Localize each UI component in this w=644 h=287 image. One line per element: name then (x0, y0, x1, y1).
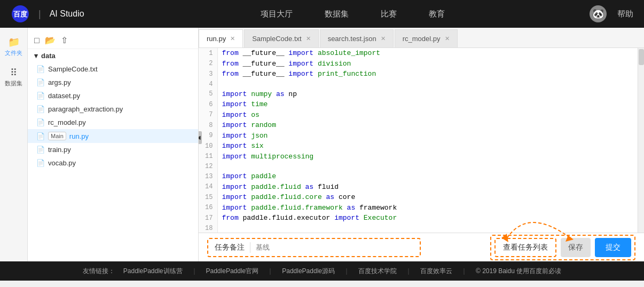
code-editor[interactable]: ◀ 1 from __future__ import absolute_impo… (199, 48, 644, 233)
task-note-divider (250, 242, 250, 253)
save-button[interactable]: 保存 (561, 238, 591, 257)
ai-studio-label: AI Studio (50, 9, 84, 19)
code-content-8: import random (217, 120, 644, 131)
code-content-5: import numpy as np (217, 89, 644, 100)
nav-datasets[interactable]: 数据集 (325, 9, 349, 19)
baidu-logo-icon: 百度 (11, 4, 30, 23)
file-icon-rcmodel: 📄 (36, 118, 45, 126)
editor-area: run.py ✕ SampleCode.txt ✕ search.test.js… (199, 28, 644, 261)
footer-link-1[interactable]: PaddlePaddle训练营 (123, 267, 183, 276)
code-row-2: 2 from __future__ import division (199, 59, 644, 69)
nav-competition[interactable]: 比赛 (381, 9, 397, 19)
editor-scrollbar[interactable] (638, 48, 644, 233)
file-run[interactable]: 📄 Main run.py (28, 129, 198, 143)
line-num-13: 13 (199, 171, 217, 182)
code-content-2: from __future__ import division (217, 59, 644, 69)
folder-data[interactable]: ▾ data (28, 49, 198, 62)
code-row-3: 3 from __future__ import print_function (199, 69, 644, 79)
footer-link-3[interactable]: PaddlePaddle源码 (282, 267, 335, 276)
submit-button[interactable]: 提交 (595, 238, 631, 257)
folder-caret: ▾ (34, 52, 38, 60)
file-tree: □ 📂 ⇧ ▾ data 📄 SampleCode.txt 📄 args.py … (28, 28, 199, 261)
file-icon-train: 📄 (36, 146, 45, 154)
footer-link-2[interactable]: PaddlePaddle官网 (206, 267, 259, 276)
file-vocab[interactable]: 📄 vocab.py (28, 156, 198, 170)
line-num-5: 5 (199, 89, 217, 100)
collapse-panel-arrow[interactable]: ◀ (199, 131, 202, 144)
right-action-area: 查看任务列表 保存 提交 (490, 235, 635, 260)
code-row-17: 17 from paddle.fluid.executor import Exe… (199, 213, 644, 224)
tab-close-samplecode[interactable]: ✕ (306, 35, 311, 42)
file-icon-args: 📄 (36, 78, 45, 86)
line-num-17: 17 (199, 213, 217, 224)
line-num-7: 7 (199, 110, 217, 121)
tab-run-py[interactable]: run.py ✕ (199, 29, 243, 47)
code-row-15: 15 import paddle.fluid.core as core (199, 192, 644, 203)
code-row-10: 10 import six (199, 141, 644, 152)
line-num-11: 11 (199, 152, 217, 162)
help-link[interactable]: 帮助 (617, 9, 633, 19)
code-content-17: from paddle.fluid.executor import Execut… (217, 213, 644, 224)
sidebar-datasets[interactable]: ⠿ 数据集 (0, 63, 27, 91)
baseline-input[interactable] (256, 243, 413, 251)
tab-label-rc-model: rc_model.py (403, 35, 441, 43)
avatar[interactable]: 🐼 (590, 5, 607, 22)
code-content-14: import paddle.fluid as fluid (217, 182, 644, 193)
task-note-label: 任务备注 (215, 243, 245, 252)
file-samplecode[interactable]: 📄 SampleCode.txt (28, 62, 198, 76)
file-tree-toolbar: □ 📂 ⇧ (28, 32, 198, 49)
file-icon-samplecode: 📄 (36, 65, 45, 73)
footer-link-4[interactable]: 百度技术学院 (358, 267, 397, 276)
task-note-area: 任务备注 (207, 238, 421, 257)
file-dataset[interactable]: 📄 dataset.py (28, 89, 198, 102)
nav-education[interactable]: 教育 (429, 9, 445, 19)
tab-close-search-json[interactable]: ✕ (381, 35, 386, 42)
view-tasks-button[interactable]: 查看任务列表 (494, 238, 556, 257)
line-num-14: 14 (199, 182, 217, 193)
code-content-13: import paddle (217, 171, 644, 182)
line-num-4: 4 (199, 79, 217, 89)
code-content-12 (217, 162, 644, 171)
code-row-16: 16 import paddle.fluid.framework as fram… (199, 203, 644, 213)
tab-search-json[interactable]: search.test.json ✕ (320, 29, 394, 47)
file-rcmodel[interactable]: 📄 rc_model.py (28, 116, 198, 129)
footer-sep-4: ｜ (405, 267, 412, 276)
code-content-16: import paddle.fluid.framework as framewo… (217, 203, 644, 213)
file-args[interactable]: 📄 args.py (28, 76, 198, 89)
sidebar-files[interactable]: 📁 文件夹 (0, 33, 27, 60)
code-row-1: 1 from __future__ import absolute_import (199, 48, 644, 59)
line-num-8: 8 (199, 120, 217, 131)
code-content-18 (217, 224, 644, 233)
code-content-10: import six (217, 141, 644, 152)
new-folder-button[interactable]: 📂 (45, 35, 56, 45)
header-nav: 项目大厅 数据集 比赛 教育 (116, 9, 590, 19)
line-num-3: 3 (199, 69, 217, 79)
nav-projects[interactable]: 项目大厅 (261, 9, 293, 19)
footer-link-5[interactable]: 百度效率云 (420, 267, 452, 276)
line-num-2: 2 (199, 59, 217, 69)
code-row-14: 14 import paddle.fluid as fluid (199, 182, 644, 193)
folder-icon: 📁 (8, 36, 20, 48)
active-file-name: run.py (69, 132, 89, 140)
code-content-7: import os (217, 110, 644, 121)
footer-prefix: 友情链接： (83, 267, 115, 276)
file-paragraph[interactable]: 📄 paragraph_extraction.py (28, 102, 198, 116)
code-row-8: 8 import random (199, 120, 644, 131)
header-divider: | (38, 9, 41, 20)
code-content-3: from __future__ import print_function (217, 69, 644, 79)
footer-copyright: © 2019 Baidu 使用百度前必读 (476, 267, 561, 276)
header-right: 🐼 帮助 (590, 5, 633, 22)
tab-samplecode[interactable]: SampleCode.txt ✕ (244, 29, 319, 47)
code-content-6: import time (217, 99, 644, 110)
main-badge: Main (48, 132, 66, 140)
upload-button[interactable]: ⇧ (61, 35, 68, 45)
footer-sep-5: ｜ (461, 267, 467, 276)
folder-name: data (41, 52, 56, 60)
code-row-4: 4 (199, 79, 644, 89)
new-file-button[interactable]: □ (34, 36, 40, 45)
tab-close-rc-model[interactable]: ✕ (445, 35, 450, 42)
file-train[interactable]: 📄 train.py (28, 143, 198, 156)
code-row-18: 18 (199, 224, 644, 233)
tab-close-run-py[interactable]: ✕ (230, 35, 235, 42)
tab-rc-model[interactable]: rc_model.py ✕ (395, 29, 458, 47)
